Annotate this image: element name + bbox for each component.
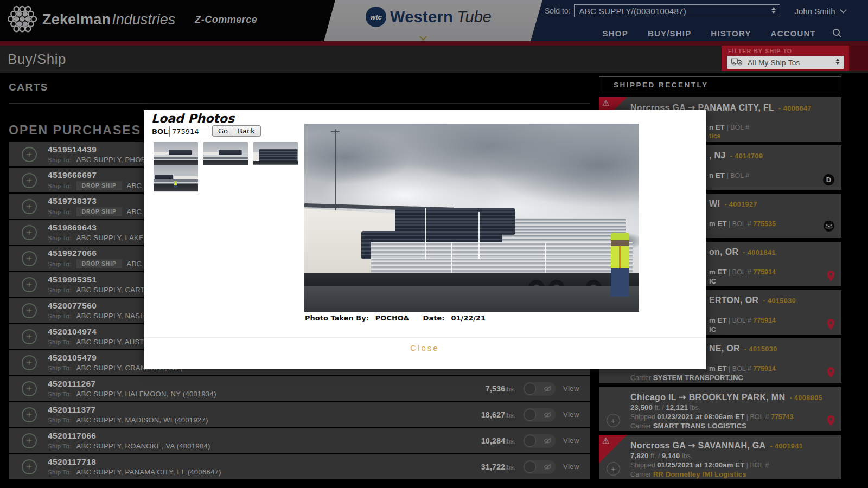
load-photo-main[interactable]	[304, 124, 639, 312]
load-photos-modal: Load Photos BOL: Go Back Photo Taken By:…	[144, 110, 706, 369]
bol-label: BOL:	[152, 127, 170, 136]
back-button[interactable]: Back	[232, 125, 261, 137]
filter-by-ship-to-panel: FILTER BY SHIP TO All My Ship Tos	[722, 46, 849, 71]
date-value: 01/22/21	[451, 314, 486, 322]
photo-ground	[304, 286, 639, 312]
photo-thumbnail[interactable]	[154, 165, 198, 192]
filter-label: FILTER BY SHIP TO	[728, 48, 792, 54]
photo-thumbnail[interactable]	[253, 142, 298, 165]
photo-caption: Photo Taken By:POCHOADate:01/22/21	[305, 314, 492, 322]
ship-to-filter-select[interactable]: All My Ship Tos	[727, 56, 844, 69]
photo-strap	[478, 212, 480, 259]
photo-by-value: POCHOA	[375, 314, 409, 322]
truck-icon	[731, 57, 743, 68]
date-label: Date:	[423, 314, 445, 322]
photo-thumbnail[interactable]	[203, 142, 248, 165]
photo-pipe-stack	[371, 242, 632, 274]
photo-strap	[425, 208, 426, 259]
photo-by-label: Photo Taken By:	[305, 314, 369, 322]
filter-value: All My Ship Tos	[748, 59, 800, 67]
close-button[interactable]: Close	[410, 343, 439, 352]
photo-light-pole	[335, 129, 336, 212]
photo-strap	[545, 242, 546, 274]
go-button[interactable]: Go	[212, 125, 234, 137]
modal-footer: Close	[144, 337, 706, 353]
photo-strap	[451, 242, 452, 274]
photo-thumbnail[interactable]	[154, 142, 198, 165]
select-spinner-icon	[835, 59, 840, 65]
modal-title: Load Photos	[151, 112, 234, 125]
photo-worker	[611, 233, 629, 297]
bol-input[interactable]	[169, 126, 209, 137]
